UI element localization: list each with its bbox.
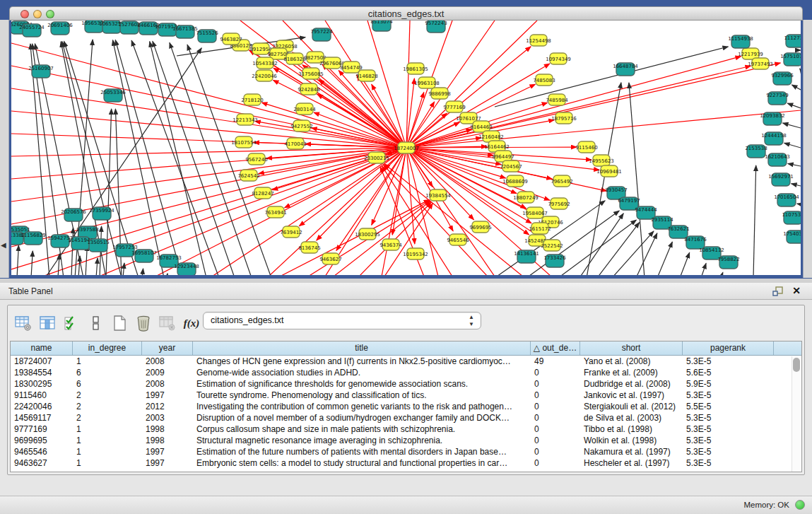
column-header-short[interactable]: short — [580, 341, 683, 355]
table-row[interactable]: 911546021997Tourette syndrome. Phenomeno… — [11, 390, 801, 401]
table-cell[interactable]: 0 — [531, 367, 580, 378]
column-header-pagerank[interactable]: pagerank — [683, 341, 774, 355]
table-cell[interactable]: 5.3E-5 — [683, 457, 774, 469]
table-cell[interactable]: Dudbridge et al. (2008) — [580, 378, 683, 390]
table-settings-button[interactable] — [12, 311, 35, 335]
table-cell[interactable]: Tourette syndrome. Phenomenology and cla… — [193, 390, 531, 401]
table-cell[interactable]: 2008 — [142, 356, 193, 367]
table-selector-dropdown[interactable]: citations_edges.txt ▲▼ — [203, 312, 481, 329]
table-cell[interactable]: 9465546 — [11, 446, 73, 457]
table-cell[interactable]: Disruption of a novel member of a sodium… — [193, 412, 531, 424]
table-cell[interactable]: Franke et al. (2009) — [580, 367, 683, 378]
select-rows-button[interactable] — [60, 311, 83, 335]
table-cell[interactable]: 5.3E-5 — [683, 435, 774, 446]
table-cell[interactable]: 1997 — [142, 390, 193, 401]
table-cell[interactable]: 1 — [73, 424, 142, 435]
table-cell[interactable]: de Silva et al. (2003) — [580, 412, 683, 424]
scrollbar-thumb[interactable] — [793, 358, 800, 372]
table-cell[interactable]: 0 — [531, 424, 580, 435]
table-row[interactable]: 1830029562008Estimation of significance … — [11, 378, 801, 390]
table-cell[interactable]: 18300295 — [11, 378, 73, 390]
table-cell[interactable]: 5.3E-5 — [683, 390, 774, 401]
table-cell[interactable]: 1998 — [142, 424, 193, 435]
table-cell[interactable]: 1997 — [142, 457, 193, 469]
delete-table-button[interactable] — [132, 311, 155, 335]
table-cell[interactable]: Estimation of the future numbers of pati… — [193, 446, 531, 457]
column-header-out_de[interactable]: △ out_de… — [531, 341, 580, 355]
table-cell[interactable]: 6 — [73, 378, 142, 390]
column-header-in_degree[interactable]: in_degree — [73, 341, 142, 355]
table-row[interactable]: 1938455462009Genome-wide association stu… — [11, 367, 801, 378]
table-cell[interactable]: Tibbo et al. (1998) — [580, 424, 683, 435]
table-cell[interactable]: 1 — [73, 356, 142, 367]
table-cell[interactable]: Jankovic et al. (1997) — [580, 390, 683, 401]
table-cell[interactable]: 5.3E-5 — [683, 356, 774, 367]
table-cell[interactable]: 1 — [73, 435, 142, 446]
table-cell[interactable]: 9699695 — [11, 435, 73, 446]
table-row[interactable]: 1872400712008Changes of HCN gene express… — [11, 356, 801, 367]
table-cell[interactable]: 49 — [531, 356, 580, 367]
table-cell[interactable]: 1 — [73, 457, 142, 469]
table-cell[interactable]: Investigating the contribution of common… — [193, 401, 531, 412]
table-row[interactable]: 1456911722003Disruption of a novel membe… — [11, 412, 801, 424]
table-cell[interactable]: 0 — [531, 390, 580, 401]
table-cell[interactable]: 0 — [531, 435, 580, 446]
table-cell[interactable]: 2008 — [142, 378, 193, 390]
table-cell[interactable]: 9115460 — [11, 390, 73, 401]
table-cell[interactable]: 2012 — [142, 401, 193, 412]
import-table-button-disabled[interactable] — [156, 311, 179, 335]
table-row[interactable]: 946362711997Embryonic stem cells: a mode… — [11, 457, 801, 469]
column-header-name[interactable]: name — [11, 341, 73, 355]
table-cell[interactable]: 1997 — [142, 446, 193, 457]
table-row[interactable]: 2242004622012Investigating the contribut… — [11, 401, 801, 412]
table-cell[interactable]: 5.3E-5 — [683, 446, 774, 457]
table-cell[interactable]: Structural magnetic resonance image aver… — [193, 435, 531, 446]
table-row[interactable]: 969969511998Structural magnetic resonanc… — [11, 435, 801, 446]
show-column-button[interactable] — [36, 311, 59, 335]
new-table-button[interactable] — [108, 311, 131, 335]
table-cell[interactable]: Embryonic stem cells: a model to study s… — [193, 457, 531, 469]
column-header-year[interactable]: year — [142, 341, 193, 355]
float-panel-icon[interactable] — [772, 286, 784, 297]
table-cell[interactable]: Estimation of significance thresholds fo… — [193, 378, 531, 390]
table-cell[interactable]: 0 — [531, 457, 580, 469]
table-cell[interactable]: Nakamura et al. (1997) — [580, 446, 683, 457]
table-cell[interactable]: Yano et al. (2008) — [580, 356, 683, 367]
table-cell[interactable]: 0 — [531, 446, 580, 457]
panel-collapse-arrow-icon[interactable]: ◀ — [1, 241, 6, 249]
table-cell[interactable]: 0 — [531, 412, 580, 424]
table-cell[interactable]: 2009 — [142, 367, 193, 378]
table-cell[interactable]: Wolkin et al. (1998) — [580, 435, 683, 446]
table-cell[interactable]: 2 — [73, 401, 142, 412]
table-cell[interactable]: 1998 — [142, 435, 193, 446]
table-cell[interactable]: 0 — [531, 378, 580, 390]
table-cell[interactable]: 9777169 — [11, 424, 73, 435]
column-header-title[interactable]: title — [193, 341, 531, 355]
vertical-scrollbar[interactable] — [792, 356, 801, 472]
table-cell[interactable]: 5.3E-5 — [683, 424, 774, 435]
network-window-titlebar[interactable]: citations_edges.txt — [9, 6, 803, 21]
table-cell[interactable]: Stergiakouli et al. (2012) — [580, 401, 683, 412]
table-cell[interactable]: Genome-wide association studies in ADHD. — [193, 367, 531, 378]
table-cell[interactable]: Changes of HCN gene expression and I(f) … — [193, 356, 531, 367]
table-row[interactable]: 946554611997Estimation of the future num… — [11, 446, 801, 457]
table-cell[interactable]: 2 — [73, 412, 142, 424]
table-cell[interactable]: 9463627 — [11, 457, 73, 469]
citation-network-graph[interactable]: 8860123891295423226058982750981863289827… — [11, 21, 801, 275]
table-row[interactable]: 977716911998Corpus callosum shape and si… — [11, 424, 801, 435]
network-canvas[interactable]: 8860123891295423226058982750981863289827… — [11, 21, 801, 275]
table-cell[interactable]: Hescheler et al. (1997) — [580, 457, 683, 469]
table-cell[interactable]: 2003 — [142, 412, 193, 424]
table-cell[interactable]: 19384554 — [11, 367, 73, 378]
table-cell[interactable]: 5.6E-5 — [683, 367, 774, 378]
merge-rows-button[interactable] — [84, 311, 107, 335]
table-cell[interactable]: 6 — [73, 367, 142, 378]
function-builder-button[interactable]: f(x) — [180, 311, 203, 335]
table-cell[interactable]: 14569117 — [11, 412, 73, 424]
close-panel-icon[interactable]: ✕ — [791, 284, 802, 297]
table-cell[interactable]: 18724007 — [11, 356, 73, 367]
table-cell[interactable]: Corpus callosum shape and size in male p… — [193, 424, 531, 435]
table-cell[interactable]: 1 — [73, 446, 142, 457]
table-cell[interactable]: 22420046 — [11, 401, 73, 412]
table-cell[interactable]: 5.3E-5 — [683, 412, 774, 424]
